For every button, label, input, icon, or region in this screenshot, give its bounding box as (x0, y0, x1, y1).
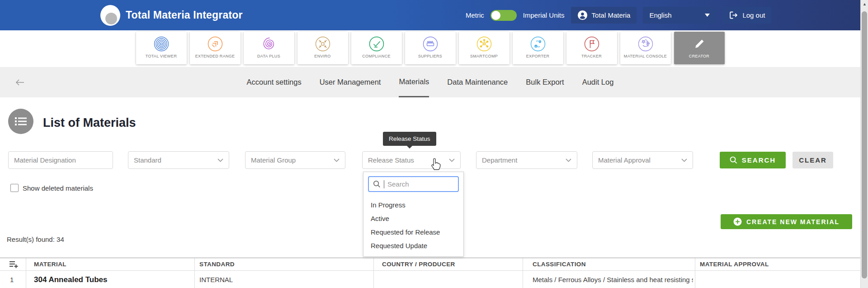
column-divider (373, 258, 374, 288)
standard-select[interactable]: Standard (128, 151, 229, 169)
app-smartcomp[interactable]: SMARTCOMP (459, 32, 509, 64)
app-label: SMARTCOMP (470, 54, 498, 58)
app-creator[interactable]: CREATOR (674, 32, 725, 64)
section-nav: Account settings User Management Materia… (0, 67, 860, 97)
option-active[interactable]: Active (363, 212, 463, 226)
table-row[interactable]: 1 304 Annealed Tubes INTERNAL Metals / F… (0, 271, 860, 288)
row-material[interactable]: 304 Annealed Tubes (34, 271, 108, 288)
row-number: 1 (10, 271, 14, 288)
column-divider (523, 258, 523, 288)
nav-tabs: Account settings User Management Materia… (0, 67, 860, 97)
search-button[interactable]: SEARCH (720, 152, 786, 168)
material-group-select[interactable]: Material Group (245, 151, 345, 169)
app-exporter[interactable]: EXPORTER (513, 32, 563, 64)
shapes-icon (637, 35, 654, 53)
scrollbar-thumb[interactable] (862, 11, 867, 278)
app-total-viewer[interactable]: TOTAL VIEWER (136, 32, 187, 64)
col-standard[interactable]: STANDARD (199, 258, 235, 271)
app-label: SUPPLIERS (418, 54, 442, 58)
show-deleted-checkbox[interactable] (10, 184, 19, 192)
page-scrollbar[interactable]: ▲ (860, 0, 868, 288)
row-standard: INTERNAL (199, 271, 233, 288)
app-suppliers[interactable]: SUPPLIERS (405, 32, 456, 64)
column-divider (26, 258, 26, 288)
column-divider (194, 258, 195, 288)
results-count: Result(s) found: 34 (7, 235, 64, 243)
compress-arrows-icon (315, 35, 331, 53)
user-icon (577, 10, 588, 20)
app-label: DATA PLUS (257, 54, 280, 58)
chevron-down-icon (681, 158, 687, 162)
pencil-icon (691, 35, 708, 53)
create-new-material-label: CREATE NEW MATERIAL (746, 218, 840, 226)
factory-line-icon (422, 35, 439, 53)
search-icon (373, 180, 381, 188)
imperial-units-label: Imperial Units (523, 11, 565, 19)
app-extended-range[interactable]: EXTENDED RANGE (190, 32, 241, 64)
column-divider (695, 258, 695, 288)
release-status-select[interactable]: Release Status (362, 151, 461, 169)
plus-circle-icon (733, 217, 742, 226)
department-select[interactable]: Department (476, 151, 577, 169)
app-label: CREATOR (689, 54, 709, 58)
scroll-up-arrow[interactable]: ▲ (861, 2, 868, 6)
create-new-material-button[interactable]: CREATE NEW MATERIAL (721, 214, 852, 229)
material-group-placeholder: Material Group (251, 156, 296, 164)
topbar: Total Materia Integrator Metric Imperial… (0, 0, 868, 30)
text-caret (384, 180, 384, 188)
list-icon (8, 109, 33, 134)
app-tracker[interactable]: TRACKER (566, 32, 617, 64)
release-status-tooltip: Release Status (383, 132, 436, 146)
logout-label: Log out (742, 11, 765, 19)
chevron-down-icon (334, 158, 340, 162)
app-material-console[interactable]: MATERIAL CONSOLE (620, 32, 671, 64)
metric-label: Metric (466, 11, 484, 19)
app-enviro[interactable]: ENVIRO (297, 32, 348, 64)
row-classification: Metals / Ferrous Alloys / Stainless and … (533, 271, 693, 288)
option-in-progress[interactable]: In Progress (363, 198, 463, 212)
option-requested-for-release[interactable]: Requested for Release (363, 226, 463, 239)
app-window: Total Materia Integrator Metric Imperial… (0, 0, 868, 288)
user-menu-button[interactable]: Total Materia (571, 7, 637, 24)
col-country-producer[interactable]: COUNTRY / PRODUCER (382, 258, 455, 271)
app-label: EXTENDED RANGE (195, 54, 235, 58)
dropdown-search-input[interactable]: Search (368, 176, 459, 192)
tab-account-settings[interactable]: Account settings (247, 67, 302, 97)
flag-icon (584, 35, 600, 53)
col-material[interactable]: MATERIAL (34, 258, 66, 271)
topbar-controls: Metric Imperial Units Total Materia Engl… (466, 0, 771, 30)
mouse-cursor (430, 158, 441, 173)
tab-materials[interactable]: Materials (399, 67, 429, 97)
dropdown-search-placeholder: Search (387, 180, 409, 188)
chevron-down-icon (449, 158, 455, 162)
col-material-approval[interactable]: MATERIAL APPROVAL (700, 258, 769, 271)
clear-button-label: CLEAR (799, 156, 827, 164)
app-title: Total Materia Integrator (126, 0, 243, 30)
units-toggle[interactable] (491, 10, 517, 21)
arrow-up-right-icon (207, 35, 223, 53)
material-designation-input[interactable] (8, 151, 113, 169)
department-placeholder: Department (482, 156, 517, 164)
material-approval-select[interactable]: Material Approval (592, 151, 693, 169)
chevron-down-icon (705, 14, 710, 17)
app-label: ENVIRO (314, 54, 330, 58)
tab-bulk-export[interactable]: Bulk Export (526, 67, 564, 97)
material-approval-placeholder: Material Approval (598, 156, 651, 164)
logout-button[interactable]: Log out (722, 7, 771, 24)
chevron-down-icon (217, 158, 223, 162)
tab-data-maintenance[interactable]: Data Maintenance (447, 67, 508, 97)
app-label: EXPORTER (526, 54, 550, 58)
clear-button[interactable]: CLEAR (793, 152, 833, 168)
tab-user-management[interactable]: User Management (320, 67, 381, 97)
col-classification[interactable]: CLASSIFICATION (533, 258, 586, 271)
cycle-arrows-icon (530, 35, 546, 53)
app-data-plus[interactable]: DATA PLUS (244, 32, 294, 64)
app-label: TRACKER (581, 54, 602, 58)
language-select[interactable]: English (643, 7, 716, 24)
check-circle-icon (368, 35, 385, 53)
tab-audit-log[interactable]: Audit Log (582, 67, 614, 97)
app-compliance[interactable]: COMPLIANCE (351, 32, 402, 64)
option-requested-update[interactable]: Requested Update (363, 239, 463, 253)
spiral-icon (261, 35, 277, 53)
user-menu-label: Total Materia (592, 11, 631, 19)
